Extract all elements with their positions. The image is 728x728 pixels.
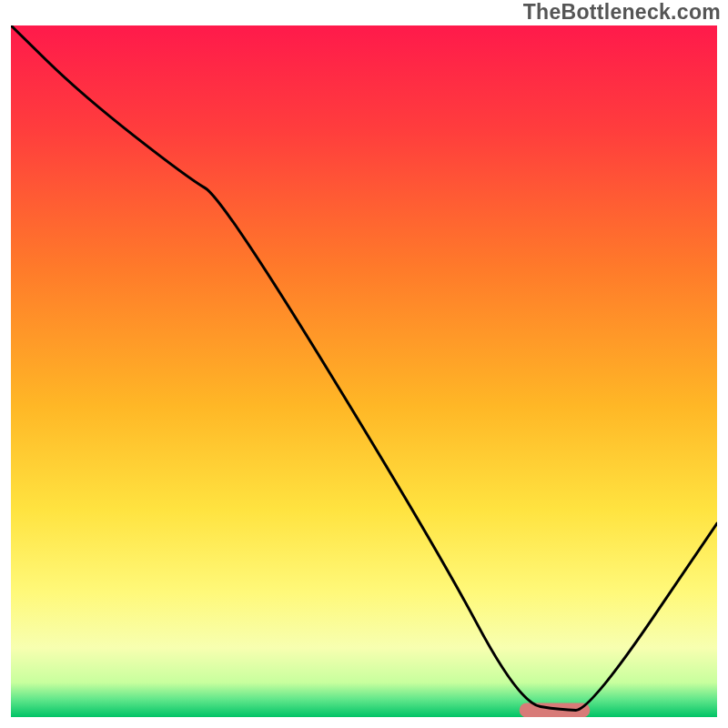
watermark-text: TheBottleneck.com xyxy=(523,0,721,25)
bottleneck-chart xyxy=(11,25,717,717)
chart-canvas xyxy=(11,25,717,717)
gradient-background xyxy=(11,25,717,717)
